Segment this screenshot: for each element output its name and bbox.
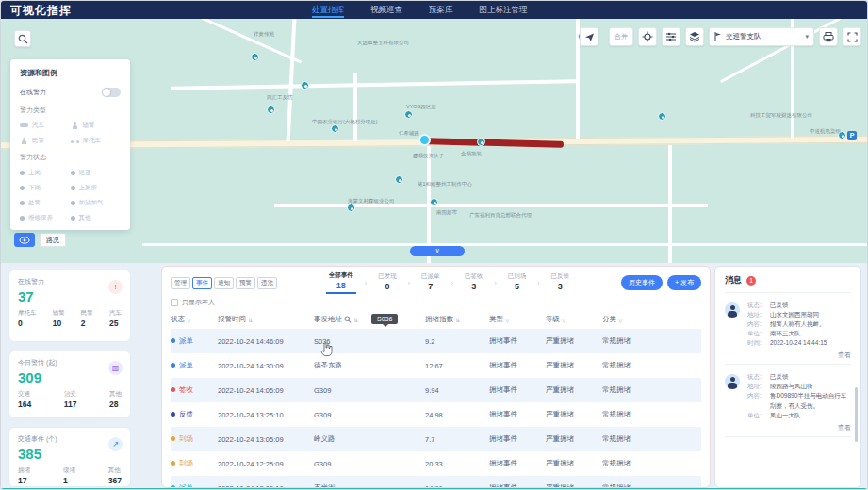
legend-status-item[interactable]: 加油加气 [71, 199, 122, 207]
sort-icon[interactable]: ⇅ [353, 317, 358, 323]
history-events-button[interactable]: 历史事件 [621, 275, 663, 290]
parking-icon[interactable]: P [847, 131, 857, 140]
status-dot-icon [171, 387, 175, 392]
status-dot-icon [20, 171, 25, 175]
fullscreen-button[interactable] [843, 27, 861, 46]
message-item[interactable]: 状态:已反馈 地址:山水文园西黑胡同 内容:报警人称有人挑衅。 单位:南环三大队… [725, 293, 851, 365]
sort-icon[interactable]: ⇅ [248, 317, 253, 323]
stat-label: 其他 [109, 390, 122, 399]
poi-marker[interactable] [477, 138, 485, 146]
map-place-label: 四汇工友坊 [267, 94, 293, 101]
poi-marker[interactable] [395, 175, 403, 184]
legend-status-item[interactable]: 其他 [71, 214, 122, 222]
unit-dropdown-value: 交巡警支队 [726, 32, 801, 41]
map-search-button[interactable] [14, 30, 31, 47]
table-row[interactable]: 到场 2022-10-24 12:25:09G30920.33 拥堵事件严重拥堵… [171, 451, 701, 476]
filter-icon[interactable]: ▽ [187, 317, 191, 323]
table-row[interactable]: 派单 2022-10-24 14:46:09S0369.2 拥堵事件严重拥堵常规… [171, 329, 701, 353]
messages-scrollbar[interactable] [855, 387, 858, 442]
road-condition-button[interactable]: 路况 [40, 233, 66, 247]
table-row[interactable]: 签收 2022-10-24 14:05:09G3099.94 拥堵事件严重拥堵常… [171, 378, 701, 402]
publish-button[interactable]: + 发布 [667, 275, 701, 290]
map-place-label: 金领拖装 [461, 151, 482, 157]
chip-notice[interactable]: 通知 [214, 277, 234, 289]
view-link[interactable]: 查看 [747, 423, 851, 433]
tab-dispatch-command[interactable]: 处置指挥 [312, 1, 344, 19]
legend-type-officer[interactable]: 民警 [20, 137, 71, 145]
pipeline-step-signed[interactable]: 已签收3 [462, 272, 486, 293]
layers-button[interactable] [685, 27, 704, 46]
expand-icon [847, 32, 858, 42]
stat-value: 0 [18, 318, 37, 328]
view-link[interactable]: 查看 [747, 351, 851, 360]
unread-badge: 1 [746, 276, 756, 286]
flag-icon [714, 32, 722, 41]
poi-marker[interactable] [430, 198, 438, 206]
road [172, 19, 302, 63]
poi-marker[interactable] [658, 112, 666, 121]
map-place-label: 海蒙文村森银业公司 [348, 198, 395, 204]
search-icon[interactable] [344, 316, 352, 323]
filter-icon[interactable]: ▽ [505, 317, 510, 323]
print-button[interactable] [819, 27, 838, 46]
map-place-label: 南围超市 [436, 209, 457, 216]
map-place-label: 天远卓整玉科有限公司 [357, 40, 409, 46]
pipeline-step-all[interactable]: 全部事件18 [326, 271, 356, 294]
tab-map-annotation[interactable]: 图上标注管理 [480, 1, 528, 19]
map-canvas[interactable]: P 祥黄传苑 天远卓整玉科有限公司 四汇工友坊 VYOS园区店 中国农业银行(大… [1, 19, 868, 263]
chip-event[interactable]: 事件 [192, 277, 212, 289]
filter-settings-button[interactable] [662, 27, 680, 46]
poi-marker[interactable] [347, 204, 355, 212]
poi-marker[interactable] [331, 124, 339, 133]
card-value: 385 [18, 446, 122, 462]
table-row[interactable]: 反馈 2022-10-24 13:25:10G30924.98 拥堵事件严重拥堵… [171, 402, 701, 427]
legend-status-item[interactable]: 下岗 [20, 184, 71, 192]
sort-icon[interactable]: ⇅ [455, 317, 460, 323]
filter-icon[interactable]: ▽ [618, 317, 623, 323]
chevron-down-icon: ▾ [805, 33, 809, 41]
send-button[interactable] [580, 27, 598, 46]
card-title: 在线警力 [18, 277, 122, 286]
legend-type-auxiliary[interactable]: 辅警 [71, 122, 122, 130]
poi-marker[interactable] [251, 53, 259, 61]
table-row[interactable]: 派单 2022-10-24 12:00:10五米街14.96 拥堵事件严重拥堵常… [171, 476, 701, 488]
pipeline-step-found[interactable]: 已发现0 [375, 272, 400, 293]
legend-status-item[interactable]: 上厕所 [71, 184, 122, 192]
legend-status-item[interactable]: 处警 [20, 199, 71, 207]
nav-tabs: 处置指挥 视频巡查 预案库 图上标注管理 [312, 1, 528, 19]
online-force-label: 在线警力 [20, 88, 46, 97]
only-mine-checkbox[interactable] [171, 299, 178, 306]
eye-icon [19, 237, 30, 244]
table-row[interactable]: 派单 2022-10-24 14:30:09德圣东路12.67 拥堵事件严重拥堵… [171, 353, 701, 378]
chip-violation[interactable]: 违法 [257, 277, 277, 289]
unit-dropdown[interactable]: 交巡警支队 ▾ [709, 27, 814, 46]
online-force-toggle[interactable] [102, 88, 121, 97]
poi-marker[interactable] [301, 81, 309, 90]
poi-marker[interactable] [267, 106, 275, 114]
chip-warning[interactable]: 预警 [236, 277, 255, 289]
filter-icon[interactable]: ▽ [562, 317, 566, 323]
pipeline-step-arrived[interactable]: 已到场5 [505, 272, 530, 293]
map-place-label: 科技工贸军校财迷有限公司 [750, 112, 812, 119]
legend-status-item[interactable]: 巡逻 [71, 169, 122, 177]
poi-marker[interactable] [404, 110, 413, 119]
chip-manage[interactable]: 管理 [171, 277, 190, 289]
legend-type-motorcycle[interactable]: 摩托车 [71, 137, 122, 145]
congestion-start-point[interactable] [418, 134, 431, 146]
merge-button[interactable]: 合并 [609, 27, 633, 46]
message-item[interactable]: 状态:已反馈 地址:陵园路与凤山街 内容:鲁D09890半挂与电动自行车刮擦，有… [725, 365, 851, 436]
visibility-toggle-button[interactable] [14, 233, 35, 247]
legend-status-item[interactable]: 维修保养 [20, 214, 71, 222]
legend-status-item[interactable]: 上岗 [20, 169, 71, 177]
siren-icon: ! [108, 280, 123, 294]
pipeline-step-dispatched[interactable]: 已派单7 [418, 272, 443, 293]
legend-type-car[interactable]: 汽车 [20, 122, 71, 130]
tab-plan-library[interactable]: 预案库 [429, 1, 453, 19]
panel-collapse-handle[interactable]: ∨ [410, 246, 465, 256]
stat-label: 摩托车 [18, 309, 37, 318]
road [171, 79, 576, 90]
pipeline-step-feedback[interactable]: 已反馈3 [549, 272, 573, 293]
table-row[interactable]: 到场 2022-10-24 13:05:09峰义路7.7 拥堵事件严重拥堵常规拥… [171, 427, 701, 451]
tab-video-patrol[interactable]: 视频巡查 [370, 1, 402, 19]
locate-button[interactable] [638, 27, 657, 46]
